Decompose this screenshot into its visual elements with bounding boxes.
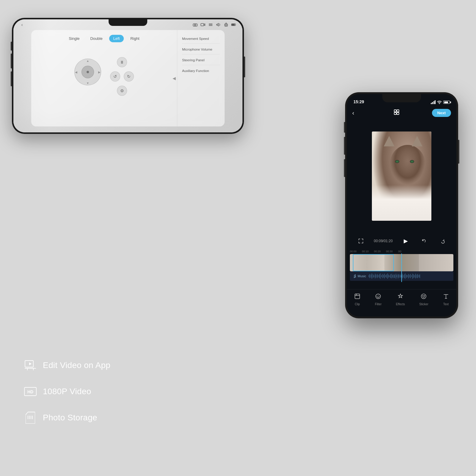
- timeline-mark-2: 00:20: [374, 250, 381, 253]
- cat-image: [372, 131, 431, 221]
- toolbar-sticker[interactable]: Sticker: [419, 293, 428, 306]
- cat-eye-left: [395, 160, 399, 163]
- speaker-icon[interactable]: [216, 22, 221, 27]
- next-button[interactable]: Next: [432, 109, 451, 117]
- hd-icon: HD: [24, 385, 37, 398]
- menu-item-microphone-volume[interactable]: Microphone Volume: [182, 45, 220, 54]
- pause-icon[interactable]: ⏸: [117, 57, 127, 67]
- settings-icon[interactable]: ⚙: [117, 86, 127, 96]
- svg-rect-12: [394, 110, 396, 112]
- feature-1080p-label: 1080P Video: [43, 387, 91, 396]
- cat-ears: [384, 136, 422, 158]
- phone1-statusbar-right: [192, 22, 237, 27]
- menu-item-steering-panel[interactable]: Steering Panel: [182, 56, 220, 65]
- panel-left: Single Double Left Right: [31, 30, 177, 126]
- arrow-right-icon: ▶: [98, 71, 101, 74]
- cat-ear-right: [412, 136, 422, 146]
- timeline-mark-0: 00:00: [350, 250, 357, 253]
- joystick[interactable]: ▲ ▼ ◀ ▶: [74, 59, 101, 85]
- toolbar-filter[interactable]: Filter: [375, 293, 381, 306]
- feature-edit-video: Edit Video on App: [24, 359, 110, 372]
- mode-btn-double[interactable]: Double: [86, 35, 107, 42]
- clip-icon: [354, 293, 361, 301]
- phone1-screen: ‹: [13, 19, 242, 132]
- edit-video-icon: [24, 359, 37, 372]
- sticker-label: Sticker: [419, 303, 428, 306]
- svg-point-17: [354, 277, 355, 278]
- redo-icon[interactable]: [437, 236, 448, 246]
- phone2-frame: 15:29: [345, 92, 458, 318]
- feature-photo-storage-label: Photo Storage: [43, 413, 97, 422]
- phone1-statusbar-left: ‹: [19, 22, 25, 27]
- arrow-left-icon: ◀: [75, 71, 77, 74]
- robot-icon: [223, 22, 229, 27]
- music-label: Music: [353, 274, 366, 278]
- toolbar-text[interactable]: Text: [443, 293, 449, 306]
- phone1-side-btn-mute: [11, 42, 12, 51]
- rotate-right-icon[interactable]: ↻: [124, 71, 134, 82]
- phone2-playback-controls: 00:09/01:20 ▶: [347, 233, 456, 249]
- filter-label: Filter: [375, 303, 381, 306]
- phone1-statusbar: ‹: [13, 19, 242, 30]
- panel-right: ◀ Movement Speed Microphone Volume Steer…: [177, 30, 225, 126]
- phone1-side-btn-vol-down: [11, 71, 12, 86]
- svg-rect-18: [355, 294, 360, 299]
- mode-btn-left[interactable]: Left: [109, 35, 124, 42]
- phone2-device: 15:29: [345, 92, 458, 318]
- list-icon[interactable]: [208, 22, 213, 27]
- svg-point-8: [226, 25, 227, 25]
- phone1-control-panel: Single Double Left Right: [31, 30, 225, 126]
- play-button[interactable]: ▶: [400, 236, 411, 246]
- svg-point-16: [355, 277, 356, 278]
- sticker-icon: [420, 293, 427, 301]
- svg-point-19: [376, 294, 381, 299]
- text-label: Text: [443, 303, 449, 306]
- mode-btn-right[interactable]: Right: [126, 35, 143, 42]
- rotate-left-icon[interactable]: ↺: [110, 71, 120, 82]
- toolbar-effects[interactable]: Effects: [396, 293, 405, 306]
- music-track-label: Music: [358, 274, 366, 278]
- svg-point-21: [423, 296, 423, 296]
- battery-icon: [231, 22, 237, 27]
- phone2-toolbar: Clip Filter: [347, 289, 456, 312]
- battery-fill: [444, 101, 448, 103]
- phone1-device: ‹: [12, 18, 244, 134]
- timecode: 00:09/01:20: [374, 239, 393, 243]
- menu-item-auxiliary-function[interactable]: Auxiliary Function: [182, 66, 220, 76]
- cat-eye-right: [410, 160, 414, 163]
- phone2-battery-icon: [443, 101, 450, 104]
- phone1-side-btn-power: [244, 57, 245, 77]
- svg-point-11: [439, 104, 440, 104]
- text-icon: [443, 293, 449, 301]
- arrow-down-icon: ▼: [86, 82, 89, 85]
- mode-btn-single[interactable]: Single: [65, 35, 84, 42]
- back-icon[interactable]: ‹: [19, 22, 25, 27]
- fullscreen-icon[interactable]: [356, 236, 366, 246]
- toolbar-clip[interactable]: Clip: [354, 293, 361, 306]
- feature-edit-video-label: Edit Video on App: [43, 361, 110, 370]
- menu-item-movement-speed[interactable]: Movement Speed: [182, 34, 220, 44]
- svg-point-7: [225, 25, 226, 25]
- feature-photo-storage: Photo Storage: [24, 411, 110, 424]
- strip-thumb-1: [350, 254, 384, 271]
- back-button[interactable]: ‹: [352, 109, 361, 116]
- undo-icon[interactable]: [419, 236, 429, 246]
- expand-icon[interactable]: [393, 109, 400, 117]
- camera-icon[interactable]: [192, 22, 198, 27]
- svg-point-1: [195, 24, 196, 26]
- joystick-arrows: ▲ ▼ ◀ ▶: [74, 59, 101, 85]
- phone2-btn-vol-down: [344, 159, 345, 177]
- video-icon[interactable]: [200, 22, 206, 27]
- phone2-btn-mute: [344, 122, 345, 133]
- filter-icon: [375, 293, 381, 301]
- panel-collapse-arrow[interactable]: ◀: [173, 76, 176, 81]
- svg-rect-14: [394, 112, 396, 115]
- music-waveform: [369, 273, 450, 279]
- svg-rect-13: [397, 110, 399, 112]
- svg-point-20: [421, 294, 426, 299]
- effects-label: Effects: [396, 303, 405, 306]
- sd-card-icon: [24, 411, 37, 424]
- phone2-status-icons: [431, 100, 450, 104]
- mode-buttons: Single Double Left Right: [65, 35, 143, 42]
- features-list: Edit Video on App HD 1080P Video Photo S…: [24, 359, 110, 437]
